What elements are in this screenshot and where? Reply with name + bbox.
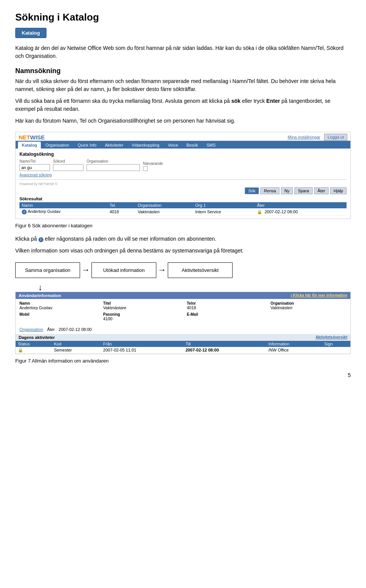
- act-col-kod: Kod: [51, 341, 101, 347]
- table-row[interactable]: i Andertorp Gustav 4018 Vaktmästeri Inte…: [19, 208, 347, 216]
- namn-tel-input[interactable]: [19, 164, 50, 171]
- user-info-footer: Organisation Åter 2007-02-12 08:00: [16, 326, 350, 334]
- row-namn: Andertorp Gustav: [27, 209, 60, 214]
- passning-field-value: 4100: [103, 316, 180, 321]
- nw-header-right: Mina inställningar Logga ut: [288, 134, 347, 141]
- act-till: 2007-02-12 08:00: [183, 347, 266, 354]
- click-info-paragraph: Klicka på i eller någonstans på raden om…: [15, 235, 351, 243]
- field-telnr: Telnr 4018: [187, 301, 263, 310]
- activity-title: Dagens aktiviteter: [19, 335, 55, 340]
- organisation-label: Organisation: [87, 159, 140, 163]
- namn-field-label: Namn: [19, 301, 96, 305]
- activity-table: Status Kod Från Till Information Sign 🔒 …: [16, 341, 350, 354]
- ater-button[interactable]: Åter: [314, 187, 329, 194]
- telnr-field-value: 4018: [187, 305, 263, 310]
- arrow-box-aktivitet: Aktivitetsöversikt: [168, 262, 233, 278]
- act-col-information: Information: [266, 341, 322, 347]
- sokord-label: Sökord: [53, 159, 83, 163]
- act-col-fran: Från: [101, 341, 183, 347]
- namnsoekning-para2: Vill du söka bara på ett förnamn ska du …: [15, 97, 351, 113]
- row-tel: 4018: [107, 208, 135, 216]
- tab-quickinfo[interactable]: Quick Info: [74, 142, 101, 149]
- ater-value: 2007-02-12 08:00: [59, 327, 92, 332]
- netwise-screenshot: NETWISE Mina inställningar Logga ut Kata…: [15, 132, 351, 219]
- nw-main-content: Katalogsökning Namn/Tel Sökord Organisat…: [16, 149, 350, 219]
- tab-aktiviteter[interactable]: Aktiviteter: [101, 142, 127, 149]
- namn-tel-group: Namn/Tel: [19, 159, 50, 171]
- click-link[interactable]: i Klicka här för mer information: [291, 293, 347, 297]
- fields-row1: Namn Andertorp Gustav Titel Vaktmästare …: [19, 301, 347, 310]
- divider: [19, 179, 347, 180]
- user-info-screenshot: Användarinformation i Klicka här för mer…: [15, 292, 351, 354]
- aktivitetsoversikt-link[interactable]: Aktivitetsöversikt: [316, 335, 347, 340]
- arrow-icon-2: →: [156, 265, 168, 275]
- action-buttons-row: Sök Rensa Ny Spara Åter Hjälp: [19, 187, 347, 194]
- powered-text: Powered by NETWISE ©: [19, 182, 347, 186]
- col-tel: Tel.: [107, 202, 135, 208]
- tab-besok[interactable]: Besök: [183, 142, 202, 149]
- col-namn: Namn: [19, 202, 107, 208]
- organisation-link[interactable]: Organisation: [19, 327, 43, 332]
- tab-vidarekoppling[interactable]: Vidarekoppling: [128, 142, 164, 149]
- sokord-input[interactable]: [53, 164, 83, 171]
- ater-label: Åter: [47, 327, 55, 332]
- col-ater: Åter: [255, 202, 347, 208]
- email-field-label: E-Mail: [187, 312, 263, 316]
- row-ater: 🔒 2007-02-12 08:00: [255, 208, 347, 216]
- results-table: Namn Tel. Organisation Org 1 Åter i Ande…: [19, 202, 347, 216]
- col-organisation: Organisation: [135, 202, 193, 208]
- tab-voice[interactable]: Voice: [164, 142, 182, 149]
- logo-wise: WISE: [30, 134, 45, 141]
- katalogsoekning-title: Katalogsökning: [19, 152, 347, 157]
- namnsoekning-heading: Namnsökning: [15, 67, 351, 75]
- field-namn: Namn Andertorp Gustav: [19, 301, 96, 310]
- rensa-button[interactable]: Rensa: [260, 187, 279, 194]
- logga-ut-button[interactable]: Logga ut: [324, 134, 347, 141]
- row-organisation: Vaktmästeri: [135, 208, 193, 216]
- ny-button[interactable]: Ny: [281, 187, 293, 194]
- spara-button[interactable]: Spara: [294, 187, 312, 194]
- organisation-input[interactable]: [87, 164, 140, 171]
- namn-field-value: Andertorp Gustav: [19, 305, 96, 310]
- act-fran: 2007-02-05 11:01: [101, 347, 183, 354]
- namn-tel-label: Namn/Tel: [19, 159, 50, 163]
- tab-organisation[interactable]: Organisation: [42, 142, 73, 149]
- nw-logo: NETWISE: [19, 134, 45, 141]
- arrow-icon-1: →: [80, 265, 92, 275]
- fig6-caption: Figur 6 Sök abonnenter i katalogen: [15, 222, 351, 230]
- nw-header: NETWISE Mina inställningar Logga ut: [16, 132, 350, 141]
- act-sign: [322, 347, 350, 354]
- act-col-till: Till: [183, 341, 266, 347]
- narvarande-checkbox[interactable]: [143, 166, 148, 171]
- passning-field-label: Passning: [103, 312, 180, 316]
- activity-row: 🔒 Semester 2007-02-05 11:01 2007-02-12 0…: [16, 347, 350, 354]
- katalog-button[interactable]: Katalog: [15, 28, 47, 38]
- act-information: /NW Office: [266, 347, 322, 354]
- act-kod: Semester: [51, 347, 101, 354]
- info-text2: Vilken information som visas och ordning…: [15, 247, 351, 255]
- field-email: E-Mail: [187, 312, 263, 321]
- act-status: 🔒: [16, 347, 51, 354]
- field-organisation: Organisation Vaktmästeri: [271, 301, 347, 310]
- titel-field-value: Vaktmästare: [103, 305, 180, 310]
- tab-katalog[interactable]: Katalog: [18, 142, 41, 149]
- tab-sms[interactable]: SMS: [203, 142, 220, 149]
- down-arrow-icon: ↓: [15, 283, 351, 292]
- date-icon: 🔒: [257, 209, 262, 214]
- row-org1: Intern Service: [193, 208, 255, 216]
- mina-installningar-link[interactable]: Mina inställningar: [288, 135, 321, 139]
- telnr-field-label: Telnr: [187, 301, 263, 305]
- mobil-field-label: Mobil: [19, 312, 96, 316]
- logo-net: NET: [19, 134, 30, 141]
- info-icon: i: [22, 209, 27, 214]
- hjalp-button[interactable]: Hjälp: [330, 187, 347, 194]
- avancerad-sokning-link[interactable]: Avancerad sökning: [19, 173, 52, 177]
- sok-button[interactable]: Sök: [245, 187, 259, 194]
- organisation-field-label: Organisation: [271, 301, 347, 305]
- namnsoekning-para1: När du vill söka skriver du först eftern…: [15, 77, 351, 93]
- field-titel: Titel Vaktmästare: [103, 301, 180, 310]
- titel-field-label: Titel: [103, 301, 180, 305]
- arrow-box-samma: Samma organisation: [15, 262, 80, 278]
- user-info-header: Användarinformation i Klicka här för mer…: [16, 292, 350, 299]
- search-form-row: Namn/Tel Sökord Organisation Närvarande: [19, 159, 347, 171]
